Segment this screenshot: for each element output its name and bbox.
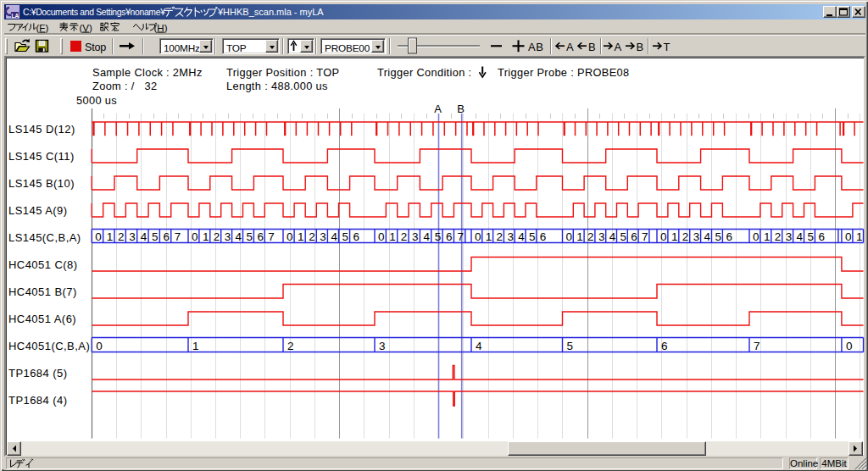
svg-text:Trigger Probe : PROBE08: Trigger Probe : PROBE08 [498,66,630,79]
svg-text:B: B [588,41,596,53]
svg-text:4: 4 [704,230,711,243]
svg-text:B: B [457,103,465,115]
svg-text:AB: AB [528,41,543,53]
svg-text:0: 0 [753,230,760,243]
svg-text:LS145 A(9): LS145 A(9) [8,204,68,217]
svg-text:¥HHKB_scan.mla - myLA: ¥HHKB_scan.mla - myLA [217,7,324,17]
svg-text:2: 2 [401,230,408,243]
svg-text:4: 4 [609,230,616,243]
svg-text:1: 1 [389,230,396,243]
svg-text:Trigger Position : TOP: Trigger Position : TOP [226,66,339,79]
svg-text:5000 us: 5000 us [76,94,117,107]
svg-text:4: 4 [518,230,525,243]
svg-text:1: 1 [192,340,199,352]
svg-text:2: 2 [214,230,220,243]
svg-text:LS145(C,B,A): LS145(C,B,A) [8,231,81,244]
svg-text:Length : 488.000 us: Length : 488.000 us [226,80,328,92]
svg-text:6: 6 [257,230,264,243]
svg-text:LS145 B(10): LS145 B(10) [8,177,75,190]
svg-text:3: 3 [225,230,231,243]
svg-text:6: 6 [446,230,453,243]
svg-text:Zoom : / 32: Zoom : / 32 [92,80,157,92]
svg-text:4: 4 [236,230,242,243]
svg-text:Sample Clock : 2MHz: Sample Clock : 2MHz [92,66,203,79]
svg-text:0: 0 [845,230,852,243]
svg-text:0: 0 [660,230,667,243]
svg-text:5: 5 [435,230,442,243]
svg-text:A: A [434,103,442,115]
svg-text:5: 5 [808,230,815,243]
svg-text:5: 5 [152,230,159,243]
svg-text:3: 3 [379,340,386,352]
svg-text:3: 3 [412,230,419,243]
svg-text:1: 1 [856,230,863,243]
svg-text:(F): (F) [36,23,49,33]
svg-text:T: T [664,41,670,53]
svg-text:0: 0 [96,340,103,352]
svg-text:6: 6 [163,230,170,243]
svg-text:1: 1 [671,230,678,243]
svg-text:7: 7 [457,230,464,243]
svg-text:4: 4 [476,340,482,352]
svg-text:Trigger Condition :: Trigger Condition : [377,66,471,79]
svg-text:1: 1 [298,230,304,243]
svg-text:5: 5 [620,230,627,243]
svg-text:Stop: Stop [85,42,106,53]
svg-text:A: A [615,41,622,53]
svg-text:0: 0 [192,230,198,243]
svg-text:3: 3 [786,230,793,243]
svg-text:HC4051 C(8): HC4051 C(8) [8,258,78,271]
svg-text:LA: LA [12,13,19,19]
svg-text:3: 3 [129,230,136,243]
svg-text:6: 6 [631,230,637,243]
svg-text:3: 3 [320,230,326,243]
svg-text:1: 1 [764,230,771,243]
svg-text:2: 2 [309,230,315,243]
svg-text:0: 0 [287,230,293,243]
svg-text:0: 0 [846,340,853,352]
svg-text:4: 4 [331,230,337,243]
svg-text:5: 5 [342,230,349,243]
svg-text:2: 2 [587,230,594,243]
svg-text:7: 7 [268,230,275,243]
svg-text:(V): (V) [80,23,93,33]
svg-text:6: 6 [353,230,360,243]
svg-text:HC4051(C,B,A): HC4051(C,B,A) [8,340,90,352]
svg-text:4: 4 [141,230,147,243]
svg-text:2: 2 [287,340,294,352]
svg-text:3: 3 [507,230,514,243]
svg-text:4: 4 [423,230,430,243]
svg-text:1: 1 [203,230,209,243]
svg-text:0: 0 [378,230,385,243]
svg-text:HC4051 B(7): HC4051 B(7) [8,285,77,298]
svg-text:1: 1 [576,230,583,243]
svg-text:LS145 D(12): LS145 D(12) [8,123,75,136]
svg-text:1: 1 [107,230,114,243]
svg-text:5: 5 [247,230,253,243]
svg-text:5: 5 [567,340,574,352]
svg-text:TP1684 (5): TP1684 (5) [8,367,68,380]
svg-text:(H): (H) [154,23,168,33]
svg-text:6: 6 [661,340,668,352]
svg-text:7: 7 [642,230,648,243]
svg-text:B: B [637,41,644,53]
svg-text:2: 2 [118,230,125,243]
svg-text:3: 3 [598,230,605,243]
svg-text:2: 2 [497,230,504,243]
svg-text:C:¥Documents and Settings¥nona: C:¥Documents and Settings¥noname¥ [23,8,165,17]
svg-text:6: 6 [726,230,732,243]
svg-text:0: 0 [475,230,481,243]
svg-text:5: 5 [529,230,536,243]
svg-text:7: 7 [175,230,181,243]
svg-text:2: 2 [775,230,782,243]
svg-text:HC4051 A(6): HC4051 A(6) [8,313,76,325]
svg-text:0: 0 [95,230,102,243]
svg-text:LS145 C(11): LS145 C(11) [8,150,75,163]
svg-text:6: 6 [540,230,547,243]
svg-text:0: 0 [566,230,573,243]
svg-text:2: 2 [682,230,689,243]
svg-text:TP1684 (4): TP1684 (4) [8,394,68,407]
svg-text:1: 1 [486,230,492,243]
svg-text:3: 3 [693,230,700,243]
svg-text:4: 4 [797,230,804,243]
